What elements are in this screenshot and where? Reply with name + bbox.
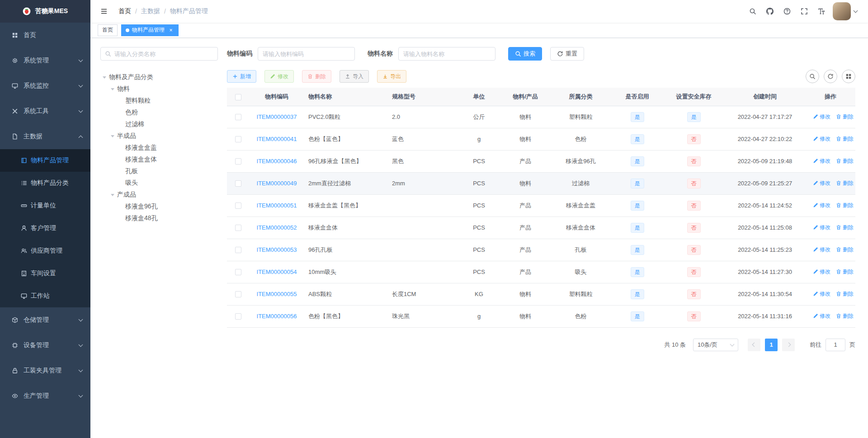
sidebar-item-system-management[interactable]: 系统管理 xyxy=(0,48,90,73)
sidebar-item-workstation[interactable]: 工作站 xyxy=(0,285,90,307)
edit-row-button[interactable]: 修改 xyxy=(813,312,830,320)
item-code-link[interactable]: ITEM00000053 xyxy=(257,246,297,253)
delete-row-button[interactable]: 删除 xyxy=(836,202,854,209)
hamburger-icon[interactable] xyxy=(96,0,112,23)
sidebar-item-supplier-management[interactable]: 供应商管理 xyxy=(0,240,90,262)
sidebar-item-material-product-management[interactable]: 物料产品管理 xyxy=(0,149,90,172)
tree-node[interactable]: 过滤棉 xyxy=(100,118,218,130)
table-row[interactable]: ITEM00000056 色粉【黑色】 珠光黑 g 物料 色粉 是 否 2022… xyxy=(227,305,855,327)
table-row[interactable]: ITEM00000041 色粉【蓝色】 蓝色 g 物料 色粉 是 否 2022-… xyxy=(227,128,855,150)
tree-node[interactable]: 物料及产品分类 xyxy=(100,71,218,83)
font-size-button[interactable] xyxy=(813,0,830,23)
next-page-button[interactable] xyxy=(782,339,795,351)
delete-row-button[interactable]: 删除 xyxy=(836,268,854,276)
item-code-link[interactable]: ITEM00000054 xyxy=(257,268,297,275)
sidebar-item-system-tools[interactable]: 系统工具 xyxy=(0,99,90,124)
table-row[interactable]: ITEM00000055 ABS颗粒 长度1CM KG 物料 塑料颗粒 是 否 … xyxy=(227,283,855,305)
delete-row-button[interactable]: 删除 xyxy=(836,246,854,254)
page-number-current[interactable]: 1 xyxy=(765,339,778,351)
tree-expand-icon[interactable] xyxy=(108,133,116,139)
item-code-link[interactable]: ITEM00000049 xyxy=(257,180,297,187)
sidebar-item-workshop-settings[interactable]: 车间设置 xyxy=(0,262,90,285)
edit-row-button[interactable]: 修改 xyxy=(813,179,830,187)
sidebar-item-measurement-unit[interactable]: 计量单位 xyxy=(0,194,90,217)
delete-row-button[interactable]: 删除 xyxy=(836,157,854,165)
breadcrumb-master-data[interactable]: 主数据 xyxy=(141,7,160,15)
edit-row-button[interactable]: 修改 xyxy=(813,157,830,165)
material-code-input[interactable] xyxy=(258,47,355,61)
tree-node[interactable]: 物料 xyxy=(100,83,218,95)
item-code-link[interactable]: ITEM00000046 xyxy=(257,158,297,165)
tree-expand-icon[interactable] xyxy=(100,74,108,80)
sidebar-item-warehouse-management[interactable]: 仓储管理 xyxy=(0,307,90,333)
row-checkbox[interactable] xyxy=(235,158,241,165)
delete-row-button[interactable]: 删除 xyxy=(836,179,854,187)
delete-row-button[interactable]: 删除 xyxy=(836,113,854,121)
delete-row-button[interactable]: 删除 xyxy=(836,224,854,231)
page-size-select[interactable]: 10条/页 xyxy=(693,339,738,351)
tree-node[interactable]: 塑料颗粒 xyxy=(100,95,218,107)
user-avatar[interactable] xyxy=(833,2,851,20)
search-button[interactable]: 搜索 xyxy=(508,47,542,61)
material-name-input[interactable] xyxy=(398,47,495,61)
table-row[interactable]: ITEM00000051 移液盒盒盖【黑色】 PCS 产品 移液盒盒盖 是 否 … xyxy=(227,194,855,217)
item-code-link[interactable]: ITEM00000052 xyxy=(257,224,297,231)
app-logo[interactable]: 苦糖果MES xyxy=(0,0,90,23)
edit-row-button[interactable]: 修改 xyxy=(813,268,830,276)
edit-row-button[interactable]: 修改 xyxy=(813,290,830,298)
fullscreen-button[interactable] xyxy=(796,0,813,23)
header-search-button[interactable] xyxy=(744,0,761,23)
row-checkbox[interactable] xyxy=(235,136,241,142)
sidebar-item-tooling-fixture-management[interactable]: 工装夹具管理 xyxy=(0,358,90,383)
sidebar-item-production-management[interactable]: 生产管理 xyxy=(0,383,90,409)
item-code-link[interactable]: ITEM00000041 xyxy=(257,136,297,142)
tree-node[interactable]: 移液盒96孔 xyxy=(100,201,218,212)
tree-node[interactable]: 孔板 xyxy=(100,165,218,177)
edit-row-button[interactable]: 修改 xyxy=(813,246,830,254)
column-settings-button[interactable] xyxy=(842,70,855,83)
sidebar-item-system-monitoring[interactable]: 系统监控 xyxy=(0,73,90,99)
sidebar-item-home[interactable]: 首页 xyxy=(0,23,90,48)
edit-row-button[interactable]: 修改 xyxy=(813,113,830,121)
category-search-input[interactable] xyxy=(114,51,213,57)
export-button[interactable]: 导出 xyxy=(377,70,406,83)
goto-page-input[interactable] xyxy=(826,339,845,351)
delete-button[interactable]: 删除 xyxy=(302,70,331,83)
prev-page-button[interactable] xyxy=(748,339,760,351)
sidebar-item-material-product-category[interactable]: 物料产品分类 xyxy=(0,172,90,194)
close-tab-icon[interactable]: × xyxy=(168,27,174,33)
row-checkbox[interactable] xyxy=(235,269,241,275)
toggle-search-button[interactable] xyxy=(806,70,819,83)
tree-node[interactable]: 吸头 xyxy=(100,177,218,189)
breadcrumb-home[interactable]: 首页 xyxy=(118,7,131,15)
item-code-link[interactable]: ITEM00000056 xyxy=(257,313,297,320)
tab-home[interactable]: 首页 xyxy=(98,24,118,36)
tree-node[interactable]: 移液盒盒盖 xyxy=(100,142,218,154)
table-row[interactable]: ITEM00000046 96孔移液盒【黑色】 黑色 PCS 产品 移液盒96孔… xyxy=(227,150,855,172)
delete-row-button[interactable]: 删除 xyxy=(836,312,854,320)
tree-node[interactable]: 移液盒48孔 xyxy=(100,212,218,224)
refresh-table-button[interactable] xyxy=(824,70,837,83)
table-row[interactable]: ITEM00000049 2mm直径过滤棉 2mm PCS 物料 过滤棉 是 否… xyxy=(227,172,855,194)
github-link[interactable] xyxy=(761,0,778,23)
delete-row-button[interactable]: 删除 xyxy=(836,290,854,298)
help-button[interactable] xyxy=(778,0,796,23)
tree-expand-icon[interactable] xyxy=(108,86,116,92)
item-code-link[interactable]: ITEM00000055 xyxy=(257,291,297,297)
edit-row-button[interactable]: 修改 xyxy=(813,224,830,231)
edit-row-button[interactable]: 修改 xyxy=(813,135,830,143)
row-checkbox[interactable] xyxy=(235,225,241,231)
table-row[interactable]: ITEM00000054 10mm吸头 PCS 产品 吸头 是 否 2022-0… xyxy=(227,261,855,283)
table-row[interactable]: ITEM00000037 PVC2.0颗粒 2.0 公斤 物料 塑料颗粒 是 是… xyxy=(227,106,855,128)
tree-node[interactable]: 半成品 xyxy=(100,130,218,142)
tree-node[interactable]: 色粉 xyxy=(100,107,218,118)
row-checkbox[interactable] xyxy=(235,247,241,253)
tree-expand-icon[interactable] xyxy=(108,192,116,198)
table-row[interactable]: ITEM00000053 96孔孔板 PCS 产品 孔板 是 否 2022-05… xyxy=(227,239,855,261)
row-checkbox[interactable] xyxy=(235,203,241,209)
select-all-checkbox[interactable] xyxy=(235,94,241,100)
sidebar-item-equipment-management[interactable]: 设备管理 xyxy=(0,333,90,358)
add-button[interactable]: 新增 xyxy=(227,70,256,83)
delete-row-button[interactable]: 删除 xyxy=(836,135,854,143)
edit-button[interactable]: 修改 xyxy=(264,70,294,83)
